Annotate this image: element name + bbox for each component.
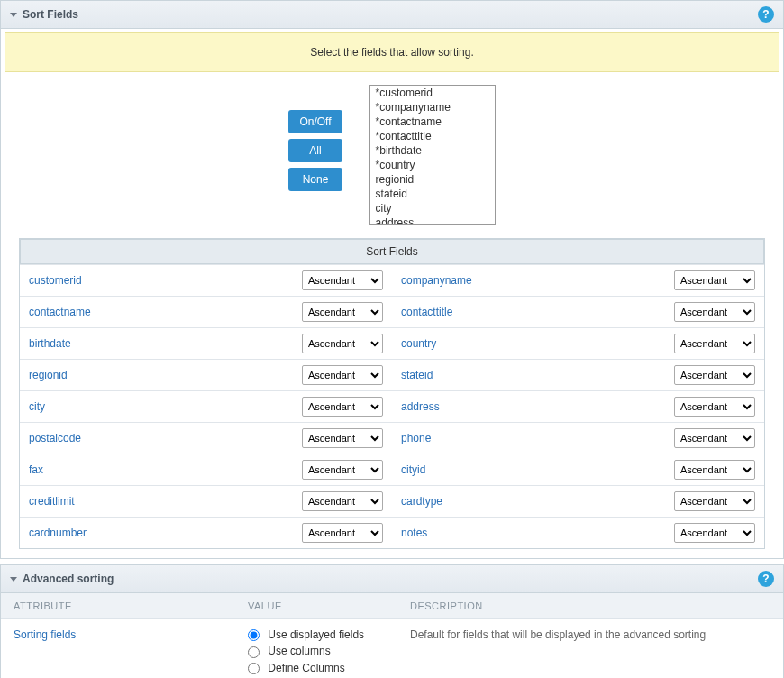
sort-direction-select[interactable]: Ascendant [302, 460, 383, 480]
field-name: stateid [401, 369, 674, 381]
sort-direction-select[interactable]: Ascendant [302, 334, 383, 353]
sort-direction-select[interactable]: Ascendant [674, 460, 755, 480]
collapse-caret-icon[interactable] [10, 13, 17, 17]
sort-fields-table: Sort Fields customeridAscendantcompanyna… [19, 238, 765, 549]
sort-cell: creditlimitAscendant [20, 486, 392, 517]
none-button[interactable]: None [288, 168, 342, 191]
radio-use-displayed-fields[interactable] [248, 629, 260, 641]
field-selector-area: On/Off All None *customerid*companyname*… [1, 76, 783, 238]
sort-direction-select[interactable]: Ascendant [302, 397, 383, 417]
sort-direction-select[interactable]: Ascendant [674, 270, 755, 290]
sort-cell: birthdateAscendant [20, 328, 392, 359]
all-button[interactable]: All [288, 139, 342, 162]
sort-direction-select[interactable]: Ascendant [302, 302, 383, 322]
sort-cell: contacttitleAscendant [392, 297, 764, 327]
collapse-caret-icon[interactable] [10, 577, 17, 582]
sort-cell: companynameAscendant [392, 265, 764, 296]
panel-title: Sort Fields [23, 8, 78, 21]
field-list-item[interactable]: *companyname [370, 100, 495, 115]
attr-label: Sorting fields [14, 628, 248, 641]
field-listbox[interactable]: *customerid*companyname*contactname*cont… [369, 85, 496, 225]
header-attribute: ATTRIBUTE [14, 600, 248, 611]
field-name: address [401, 400, 674, 413]
field-list-item[interactable]: *birthdate [370, 143, 495, 158]
option-use-columns[interactable]: Use columns [248, 645, 410, 657]
sort-cell: postalcodeAscendant [20, 423, 392, 454]
advanced-column-headers: ATTRIBUTE VALUE DESCRIPTION [1, 593, 783, 619]
sort-direction-select[interactable]: Ascendant [302, 491, 383, 511]
field-name: notes [401, 527, 674, 539]
field-name: contacttitle [401, 306, 674, 318]
field-name: birthdate [29, 337, 302, 350]
field-list-item[interactable]: stateid [370, 187, 495, 201]
field-list-item[interactable]: regionid [370, 172, 495, 187]
sort-table-title: Sort Fields [20, 239, 764, 264]
sort-cell: phoneAscendant [392, 423, 764, 454]
sorting-fields-row: Sorting fields Use displayed fields Use … [1, 619, 783, 678]
sort-cell: cityAscendant [20, 391, 392, 422]
field-list-item[interactable]: address [370, 215, 495, 225]
sort-direction-select[interactable]: Ascendant [674, 397, 755, 417]
field-name: regionid [29, 369, 302, 381]
advanced-sorting-panel-header: Advanced sorting ? [1, 565, 783, 593]
sort-cell: cardnumberAscendant [20, 518, 392, 548]
sort-direction-select[interactable]: Ascendant [674, 334, 755, 353]
header-description: DESCRIPTION [410, 600, 770, 611]
sort-direction-select[interactable]: Ascendant [302, 523, 383, 543]
sort-cell: cityidAscendant [392, 454, 764, 485]
field-name: creditlimit [29, 495, 302, 508]
field-name: companyname [401, 274, 674, 287]
sort-cell: cardtypeAscendant [392, 486, 764, 517]
field-name: customerid [29, 274, 302, 287]
field-name: cardnumber [29, 527, 302, 539]
sort-cell: regionidAscendant [20, 360, 392, 390]
table-row: cityAscendantaddressAscendant [20, 390, 764, 422]
sort-direction-select[interactable]: Ascendant [674, 302, 755, 322]
table-row: contactnameAscendantcontacttitleAscendan… [20, 296, 764, 327]
field-list-item[interactable]: *country [370, 158, 495, 172]
sort-direction-select[interactable]: Ascendant [674, 491, 755, 511]
sort-cell: stateidAscendant [392, 360, 764, 390]
radio-define-columns[interactable] [248, 663, 260, 674]
sort-direction-select[interactable]: Ascendant [302, 270, 383, 290]
onoff-button[interactable]: On/Off [288, 110, 342, 133]
sort-cell: customeridAscendant [20, 265, 392, 296]
field-name: phone [401, 432, 674, 444]
help-icon[interactable]: ? [758, 6, 774, 23]
field-list-item[interactable]: city [370, 201, 495, 215]
sort-cell: addressAscendant [392, 391, 764, 422]
sorting-fields-options: Use displayed fields Use columns Define … [248, 628, 410, 678]
table-row: cardnumberAscendantnotesAscendant [20, 517, 764, 548]
field-list-item[interactable]: *contactname [370, 115, 495, 129]
table-row: postalcodeAscendantphoneAscendant [20, 422, 764, 454]
table-row: creditlimitAscendantcardtypeAscendant [20, 485, 764, 517]
field-name: city [29, 400, 302, 413]
sort-fields-panel-header: Sort Fields ? [1, 1, 783, 29]
help-icon[interactable]: ? [758, 571, 774, 587]
sort-cell: faxAscendant [20, 454, 392, 485]
field-name: country [401, 337, 674, 350]
desc-text: Default for fields that will be displaye… [410, 628, 770, 641]
header-value: VALUE [248, 600, 410, 611]
table-row: faxAscendantcityidAscendant [20, 454, 764, 485]
sort-direction-select[interactable]: Ascendant [302, 428, 383, 448]
panel-title: Advanced sorting [23, 573, 114, 585]
sort-cell: notesAscendant [392, 518, 764, 548]
field-name: cityid [401, 463, 674, 476]
option-use-displayed-fields[interactable]: Use displayed fields [248, 628, 410, 641]
field-name: fax [29, 463, 302, 476]
sort-direction-select[interactable]: Ascendant [302, 365, 383, 385]
info-banner: Select the fields that allow sorting. [5, 32, 779, 72]
sort-cell: contactnameAscendant [20, 297, 392, 327]
sort-cell: countryAscendant [392, 328, 764, 359]
field-list-item[interactable]: *customerid [370, 86, 495, 100]
option-define-columns[interactable]: Define Columns [248, 662, 410, 674]
radio-use-columns[interactable] [248, 646, 260, 658]
field-list-item[interactable]: *contacttitle [370, 129, 495, 143]
sort-direction-select[interactable]: Ascendant [674, 523, 755, 543]
field-name: cardtype [401, 495, 674, 508]
field-name: postalcode [29, 432, 302, 444]
sort-direction-select[interactable]: Ascendant [674, 428, 755, 448]
sort-direction-select[interactable]: Ascendant [674, 365, 755, 385]
table-row: customeridAscendantcompanynameAscendant [20, 264, 764, 296]
